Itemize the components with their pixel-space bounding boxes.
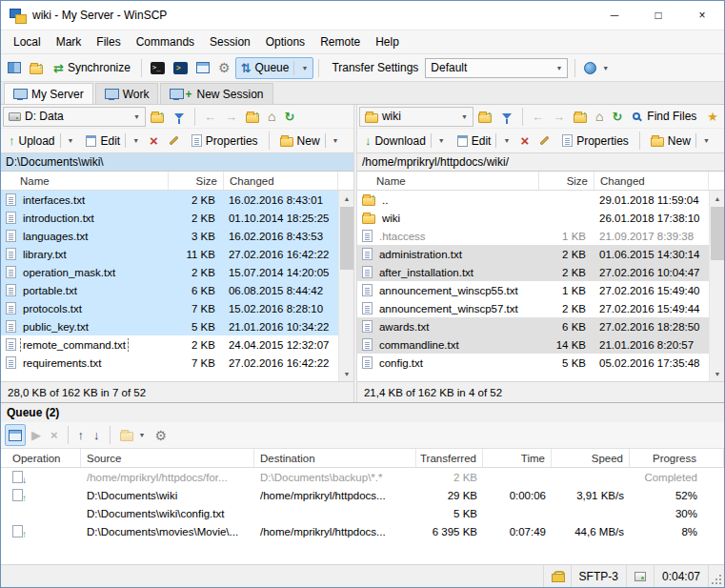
delete-button[interactable]: × <box>146 130 162 152</box>
move-down-button[interactable]: ↓ <box>90 424 104 446</box>
synchronize-browsing-button[interactable] <box>26 57 47 79</box>
file-row[interactable]: public_key.txt5 KB21.01.2016 10:34:22 <box>1 317 353 335</box>
queue-row[interactable]: D:\Documents\movies\Movie\.../home/mprik… <box>1 522 724 540</box>
file-row[interactable]: config.txt5 KB05.02.2016 17:35:48 <box>357 354 724 372</box>
session-color-button[interactable]: ▼ <box>580 57 613 79</box>
scroll-down-icon[interactable]: ▼ <box>339 366 353 381</box>
file-row[interactable]: languages.txt3 KB16.02.2016 8:43:53 <box>1 227 353 245</box>
download-button[interactable]: ↓ Download ▼ <box>359 130 451 152</box>
console-button[interactable] <box>147 57 169 79</box>
properties-button[interactable]: Properties <box>186 130 264 152</box>
preferences-button[interactable]: ⚙ <box>214 57 234 79</box>
menu-session[interactable]: Session <box>202 32 258 51</box>
rename-button[interactable] <box>534 130 555 152</box>
column-header-progress[interactable]: Progress <box>630 449 724 467</box>
add-bookmark-button[interactable]: ★ <box>703 106 722 128</box>
edit-button[interactable]: Edit ▼ <box>80 130 145 152</box>
scrollbar-thumb[interactable] <box>711 207 724 260</box>
chevron-down-icon[interactable]: ▼ <box>438 137 445 144</box>
column-header-name[interactable]: Name <box>357 172 539 190</box>
refresh-button[interactable]: ↻ <box>608 106 626 128</box>
column-header-time[interactable]: Time <box>483 449 552 467</box>
chevron-down-icon[interactable]: ▼ <box>132 137 139 144</box>
chevron-down-icon[interactable]: ▼ <box>68 137 74 144</box>
back-button[interactable]: ← <box>200 106 220 128</box>
queue-operations-button[interactable]: ▼ <box>116 424 150 446</box>
tab-new-session[interactable]: + New Session <box>160 83 272 104</box>
queue-row[interactable]: D:\Documents\wiki\config.txt5 KB30% <box>1 504 724 522</box>
file-row[interactable]: wiki26.01.2018 17:38:10 <box>357 209 724 227</box>
synchronize-button[interactable]: ⇄ Synchronize <box>48 57 136 79</box>
scroll-down-icon[interactable]: ▼ <box>710 366 724 381</box>
chevron-down-icon[interactable]: ▼ <box>332 137 339 144</box>
menu-remote[interactable]: Remote <box>312 32 368 51</box>
column-header-source[interactable]: Source <box>81 449 254 467</box>
parent-directory-button[interactable] <box>570 106 591 128</box>
file-row[interactable]: introduction.txt2 KB01.10.2014 18:25:25 <box>1 209 353 227</box>
refresh-button[interactable]: ↻ <box>280 106 298 128</box>
properties-button[interactable]: Properties <box>556 130 634 152</box>
open-directory-button[interactable] <box>147 106 168 128</box>
file-row[interactable]: announcement_winscp57.txt2 KB27.02.2016 … <box>357 299 724 317</box>
queue-row[interactable]: /home/mprikryl/httpdocs/for...D:\Documen… <box>1 468 724 486</box>
file-row[interactable]: operation_mask.txt2 KB15.07.2014 14:20:0… <box>1 263 353 281</box>
file-row[interactable]: portable.txt6 KB06.08.2015 8:44:42 <box>1 281 353 299</box>
column-header-speed[interactable]: Speed <box>552 449 630 467</box>
column-header-size[interactable]: Size <box>169 172 224 190</box>
filter-button[interactable] <box>496 106 517 128</box>
putty-button[interactable] <box>170 57 191 79</box>
file-row[interactable]: after_installation.txt2 KB27.02.2016 10:… <box>357 263 724 281</box>
parent-directory-button[interactable] <box>242 106 263 128</box>
move-up-button[interactable]: ↑ <box>74 424 89 446</box>
file-row[interactable]: announcement_winscp55.txt1 KB27.02.2016 … <box>357 281 724 299</box>
filter-button[interactable] <box>169 106 190 128</box>
new-button[interactable]: New ▼ <box>645 130 715 152</box>
tab-my-server[interactable]: My Server <box>4 83 93 104</box>
edit-button[interactable]: Edit ▼ <box>452 130 516 152</box>
menu-options[interactable]: Options <box>258 32 312 51</box>
file-row[interactable]: remote_command.txt2 KB24.04.2015 12:32:0… <box>1 335 353 354</box>
queue-preferences-button[interactable]: ⚙ <box>151 424 171 446</box>
chevron-down-icon[interactable]: ▼ <box>503 137 510 144</box>
column-header-transferred[interactable]: Transferred <box>416 449 483 467</box>
file-row[interactable]: commandline.txt14 KB21.01.2016 8:20:57 <box>357 335 724 354</box>
column-header-changed[interactable]: Changed <box>594 172 709 190</box>
forward-button[interactable]: → <box>549 106 569 128</box>
new-window-button[interactable] <box>192 57 213 79</box>
rename-button[interactable] <box>163 130 185 152</box>
open-directory-button[interactable] <box>474 106 495 128</box>
resize-grip[interactable] <box>709 565 724 587</box>
remote-path-bar[interactable]: /home/mprikryl/httpdocs/wiki/ <box>357 152 724 172</box>
delete-queue-item-button[interactable]: × <box>47 424 62 446</box>
upload-button[interactable]: ↑ Upload ▼ <box>3 130 79 152</box>
file-row[interactable]: ..29.01.2018 11:59:04 <box>357 191 724 209</box>
security-segment[interactable] <box>544 565 572 587</box>
remote-scrollbar[interactable]: ▲ ▼ <box>709 191 724 381</box>
file-row[interactable]: administration.txt2 KB01.06.2015 14:30:1… <box>357 245 724 263</box>
file-row[interactable]: interfaces.txt2 KB16.02.2016 8:43:01 <box>1 191 353 209</box>
menu-mark[interactable]: Mark <box>49 32 90 51</box>
remote-directory-combo[interactable]: wiki ▼ <box>359 107 473 127</box>
transfer-settings-combo[interactable]: Default ▼ <box>425 58 568 78</box>
column-header-operation[interactable]: Operation <box>1 449 81 467</box>
forward-button[interactable]: → <box>221 106 241 128</box>
process-queue-button[interactable]: ▶ <box>28 424 45 446</box>
menu-files[interactable]: Files <box>89 32 128 51</box>
local-path-bar[interactable]: D:\Documents\wiki\ <box>1 152 353 172</box>
maximize-button[interactable]: □ <box>636 1 680 30</box>
show-queue-button[interactable] <box>5 424 26 446</box>
file-row[interactable]: .htaccess1 KB21.09.2017 8:39:38 <box>357 227 724 245</box>
local-scrollbar[interactable]: ▲ ▼ <box>338 191 353 381</box>
menu-help[interactable]: Help <box>368 32 407 51</box>
scroll-up-icon[interactable]: ▲ <box>339 191 353 206</box>
scroll-up-icon[interactable]: ▲ <box>710 191 724 206</box>
keep-up-to-date-button[interactable] <box>4 57 25 79</box>
file-row[interactable]: library.txt11 KB27.02.2016 16:42:22 <box>1 245 353 263</box>
tab-work[interactable]: Work <box>95 83 159 104</box>
file-row[interactable]: awards.txt6 KB27.02.2016 18:28:50 <box>357 317 724 335</box>
queue-toggle-button[interactable]: ⇅ Queue ▼ <box>235 57 314 79</box>
home-button[interactable]: ⌂ <box>264 106 279 128</box>
delete-button[interactable]: × <box>516 130 533 152</box>
chevron-down-icon[interactable]: ▼ <box>703 137 710 144</box>
chevron-down-icon[interactable]: ▼ <box>301 65 308 71</box>
